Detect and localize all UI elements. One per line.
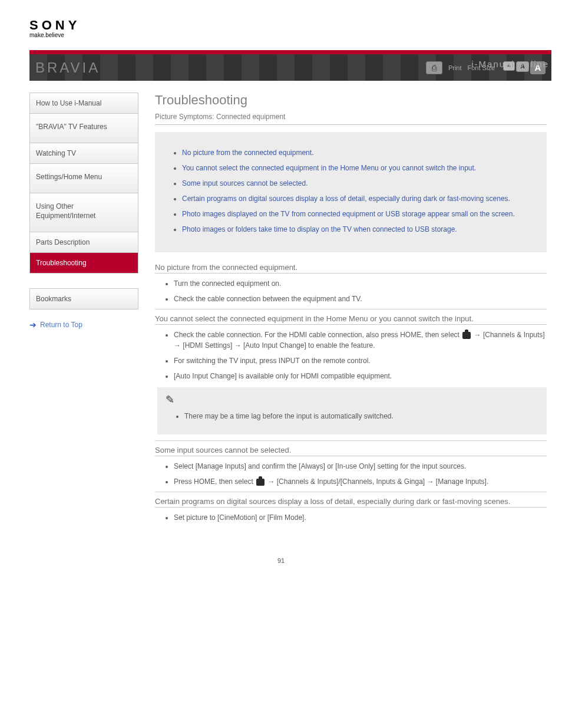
divider xyxy=(155,309,547,309)
list-item: Turn the connected equipment on. xyxy=(174,278,547,289)
list-item: Check the cable connection between the e… xyxy=(174,294,547,304)
list-item: [Auto Input Change] is available only fo… xyxy=(174,371,547,381)
list-item: Select [Manage Inputs] and confirm the [… xyxy=(174,461,547,472)
sidebar-item-parts[interactable]: Parts Description xyxy=(30,232,138,253)
bookmarks-button[interactable]: Bookmarks xyxy=(29,288,138,309)
list-item: Set picture to [CineMotion] or [Film Mod… xyxy=(174,512,547,523)
imanual-label: i-Manual online xyxy=(471,59,549,69)
sidebar-item-features[interactable]: "BRAVIA" TV Features xyxy=(30,114,138,143)
section-title: You cannot select the connected equipmen… xyxy=(155,314,547,323)
sidebar-item-troubleshooting[interactable]: Troubleshooting xyxy=(30,253,138,273)
breadcrumb: Picture Symptoms: Connected equipment xyxy=(155,113,547,121)
brand-logo: SONY xyxy=(29,18,562,33)
model-logo: BRAVIA xyxy=(35,60,100,76)
section-title: No picture from the connected equipment. xyxy=(155,263,547,272)
symptom-link[interactable]: You cannot select the connected equipmen… xyxy=(182,163,538,173)
pencil-icon: ✎ xyxy=(166,394,174,406)
section-loss-detail: Certain programs on digital sources disp… xyxy=(155,492,547,523)
section-title: Certain programs on digital sources disp… xyxy=(155,497,547,506)
sidebar-item-how-to-use[interactable]: How to Use i-Manual xyxy=(30,93,138,114)
sidebar-item-settings[interactable]: Settings/Home Menu xyxy=(30,164,138,193)
section-no-picture: No picture from the connected equipment.… xyxy=(155,263,547,304)
section-cannot-select: You cannot select the connected equipmen… xyxy=(155,309,547,434)
sidebar-item-other-equipment[interactable]: Using Other Equipment/Internet xyxy=(30,193,138,233)
list-item: For switching the TV input, press INPUT … xyxy=(174,355,547,366)
content: Troubleshooting Picture Symptoms: Connec… xyxy=(150,93,551,528)
page-title: Troubleshooting xyxy=(155,93,547,108)
divider xyxy=(155,492,547,492)
symptom-list-card: No picture from the connected equipment.… xyxy=(155,132,547,252)
divider xyxy=(155,273,547,274)
divider xyxy=(155,124,547,125)
divider xyxy=(155,456,547,456)
list-item: Press HOME, then select → [Channels & In… xyxy=(174,476,547,487)
accent-bar xyxy=(29,50,551,54)
symptom-link[interactable]: Certain programs on digital sources disp… xyxy=(182,193,538,204)
page-number: 91 xyxy=(0,557,562,576)
symptom-link[interactable]: Photo images or folders take time to dis… xyxy=(182,224,538,235)
symptom-link[interactable]: Some input sources cannot be selected. xyxy=(182,178,538,189)
section-some-inputs: Some input sources cannot be selected. S… xyxy=(155,440,547,487)
printer-icon: ⎙ xyxy=(432,63,437,73)
toolbox-icon xyxy=(256,479,265,486)
return-to-top-link[interactable]: ➔ Return to Top xyxy=(29,320,138,330)
symptom-link[interactable]: No picture from the connected equipment. xyxy=(182,147,538,158)
list-item: Check the cable connection. For the HDMI… xyxy=(174,330,547,351)
note-box: ✎ There may be a time lag before the inp… xyxy=(157,387,547,434)
symptom-link[interactable]: Photo images displayed on the TV from co… xyxy=(182,209,538,219)
divider xyxy=(155,324,547,325)
divider xyxy=(155,507,547,508)
sidebar: How to Use i-Manual "BRAVIA" TV Features… xyxy=(29,93,138,528)
return-label: Return to Top xyxy=(40,321,82,329)
section-title: Some input sources cannot be selected. xyxy=(155,446,547,454)
sidebar-item-watching[interactable]: Watching TV xyxy=(30,143,138,164)
divider xyxy=(155,440,547,441)
tagline: make.believe xyxy=(29,32,562,38)
nav-list: How to Use i-Manual "BRAVIA" TV Features… xyxy=(29,93,138,274)
print-button[interactable]: ⎙ xyxy=(426,61,442,74)
arrow-right-icon: ➔ xyxy=(29,320,37,330)
note-item: There may be a time lag before the input… xyxy=(184,411,538,421)
print-label: Print xyxy=(448,64,462,71)
toolbox-icon xyxy=(462,332,471,339)
